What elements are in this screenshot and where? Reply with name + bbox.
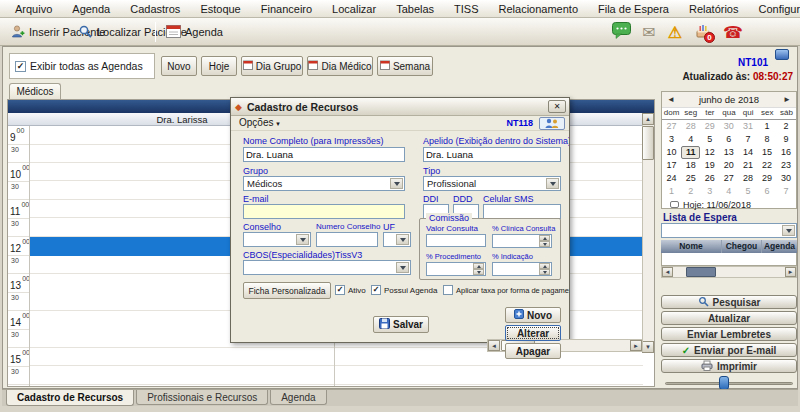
waitlist-column-header[interactable]: Nome [661,240,721,253]
calendar-day[interactable]: 1 [757,120,776,133]
window-restore-icon[interactable] [775,49,789,60]
bottom-tab[interactable]: Profissionais e Recursos [136,390,268,405]
calendar-day[interactable]: 6 [757,185,776,198]
menu-item[interactable]: Cadastros [121,2,189,16]
possui-agenda-checkbox-row[interactable]: ✓ Possui Agenda [371,285,437,295]
calendar-day[interactable]: 5 [700,133,719,146]
clinica-consulta-spinner[interactable] [492,234,552,248]
calendar-day[interactable]: 8 [757,133,776,146]
menu-item[interactable]: Localizar [323,2,385,16]
calendar-day[interactable]: 31 [738,120,757,133]
calendar-next-icon[interactable]: ► [783,95,791,104]
menu-item[interactable]: Relatórios [680,2,748,16]
aplicar-taxa-checkbox[interactable]: ✓ [443,285,453,295]
calendar-day[interactable]: 29 [757,172,776,185]
ativo-checkbox-row[interactable]: ✓ Ativo [335,285,366,295]
indicacao-spinner[interactable] [492,262,552,276]
scroll-down-button[interactable]: ▼ [642,341,654,353]
ficha-personalizada-button[interactable]: Ficha Personalizada [243,282,331,299]
scroll-right-button[interactable]: ► [630,340,642,351]
bottom-tab[interactable]: Agenda [270,390,326,405]
novo-button[interactable]: Novo [161,56,197,76]
calendar-day[interactable]: 25 [681,172,700,185]
calendar-day[interactable]: 27 [662,120,681,133]
agenda-button[interactable]: Agenda [160,21,229,43]
numero-conselho-input[interactable] [316,232,378,247]
waitlist-column-header[interactable]: Chegou [721,240,761,253]
vertical-scroll-thumb[interactable] [642,126,654,160]
opcoes-menu[interactable]: Opções ▾ [239,117,280,128]
dia-grupo-button[interactable]: Dia Grupo [241,56,303,76]
conselho-combobox[interactable] [243,232,311,247]
cbos-combobox[interactable] [243,260,411,275]
tipo-combobox[interactable]: Profissional [423,176,561,191]
menu-item[interactable]: Financeiro [252,2,321,16]
alterar-button[interactable]: Alterar [505,325,561,341]
spinner-arrows-icon[interactable] [473,263,484,275]
menu-item[interactable]: TISS [445,2,487,16]
calendar-day[interactable]: 7 [738,133,757,146]
show-all-agendas-checkbox[interactable]: ✓ [15,61,26,72]
calendar-day[interactable]: 6 [719,133,738,146]
apagar-button[interactable]: Apagar [505,343,561,359]
dropdown-arrow-icon[interactable] [296,234,309,245]
calendar-day[interactable]: 28 [681,120,700,133]
menu-item[interactable]: Fila de Espera [589,2,678,16]
people-button[interactable] [539,117,565,130]
zoom-slider-track[interactable] [665,382,793,385]
calendar-day[interactable]: 30 [719,120,738,133]
valor-consulta-input[interactable] [426,234,486,247]
enviar-email-button[interactable]: ✓ Enviar por E-mail [661,343,797,357]
menu-item[interactable]: Tabelas [387,2,443,16]
calendar-day[interactable]: 24 [662,172,681,185]
calendar-day[interactable]: 12 [700,146,719,159]
calendar-day[interactable]: 3 [700,185,719,198]
calendar-day[interactable]: 20 [719,159,738,172]
calendar-day[interactable]: 13 [719,146,738,159]
aplicar-taxa-checkbox-row[interactable]: ✓ Aplicar taxa por forma de pagamento [443,285,570,295]
enviar-lembretes-button[interactable]: Enviar Lembretes [661,327,797,341]
atualizar-button[interactable]: Atualizar [661,311,797,325]
calendar-day[interactable]: 22 [757,159,776,172]
calendar-day[interactable]: 27 [719,172,738,185]
calendar-day[interactable]: 7 [777,185,796,198]
uf-combobox[interactable] [383,232,411,247]
menu-item[interactable]: Agenda [63,2,119,16]
dialog-titlebar[interactable]: ◆ Cadastro de Recursos [231,98,569,116]
menu-item[interactable]: Relacionamento [490,2,588,16]
hoje-button[interactable]: Hoje [201,56,237,76]
calendar-today-row[interactable]: Hoje: 11/06/2018 [662,198,796,211]
calendar-day[interactable]: 15 [757,146,776,159]
horizontal-scroll-thumb[interactable] [686,267,716,277]
dropdown-arrow-icon[interactable] [396,262,409,273]
spinner-arrows-icon[interactable] [539,263,550,275]
bottom-tab[interactable]: Cadastro de Recursos [6,390,134,406]
calendar-day[interactable]: 18 [681,159,700,172]
imprimir-button[interactable]: Imprimir [661,359,797,373]
semana-button[interactable]: Semana [377,56,433,76]
dialog-close-button[interactable]: ✕ [548,100,566,113]
calendar-day[interactable]: 3 [662,133,681,146]
waitlist-column-header[interactable]: Agenda [761,240,797,253]
calendar-prev-icon[interactable]: ◄ [667,95,675,104]
scroll-left-button[interactable]: ◄ [662,267,673,277]
calendar-day[interactable]: 10 [662,146,681,159]
calendar-day[interactable]: 11 [681,146,700,159]
dropdown-arrow-icon[interactable] [390,178,403,189]
chat-button[interactable] [610,22,632,42]
dropdown-arrow-icon[interactable] [782,225,795,236]
salvar-button[interactable]: Salvar [373,316,429,333]
calendar-day[interactable]: 21 [738,159,757,172]
pesquisar-button[interactable]: Pesquisar [661,295,797,309]
menu-item[interactable]: Estoque [191,2,249,16]
apelido-input[interactable] [423,147,561,162]
waitlist-list[interactable] [661,253,797,266]
dropdown-arrow-icon[interactable] [396,234,409,245]
novo-record-button[interactable]: Novo [505,307,561,323]
menu-item[interactable]: Configurações [749,2,800,16]
calendar-day[interactable]: 4 [719,185,738,198]
alert-button[interactable]: ⚠ [664,22,686,42]
email-input[interactable] [243,204,405,219]
calendar-day[interactable]: 1 [662,185,681,198]
calendar-day[interactable]: 29 [700,120,719,133]
